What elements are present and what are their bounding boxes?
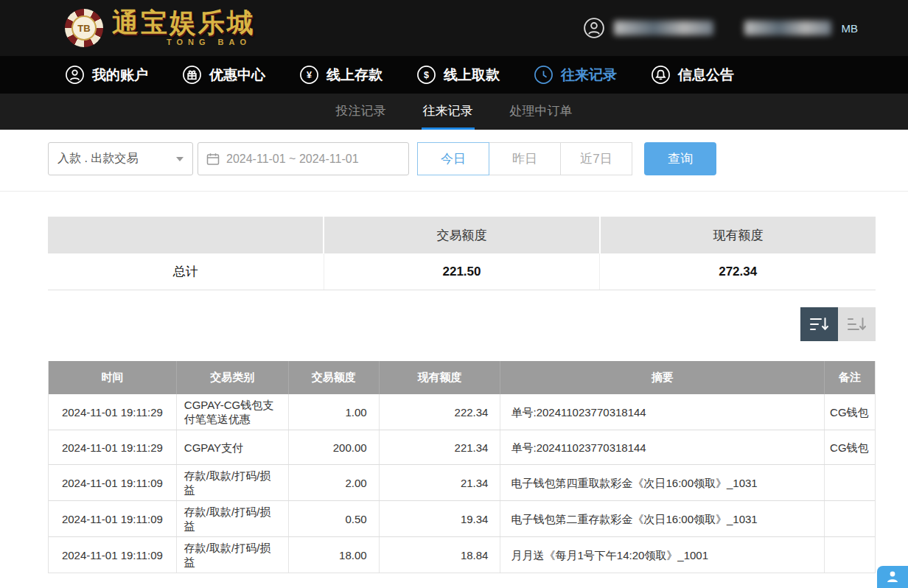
records-clock-icon [534,65,553,85]
summary-header-row: 交易额度 现有额度 [48,217,876,253]
summary-balance-value: 272.34 [600,253,876,290]
tab-betting-records[interactable]: 投注记录 [335,94,388,130]
quick-date-buttons: 今日 昨日 近7日 [417,142,632,175]
summary-header-empty [48,217,324,253]
user-icon [65,65,85,85]
sort-descending-button[interactable] [800,307,838,341]
today-button[interactable]: 今日 [417,142,489,175]
summary-transaction-value: 221.50 [324,253,601,290]
sub-tab-bar: 投注记录 往来记录 处理中订单 [0,94,908,130]
header-summary: 摘要 [500,361,825,394]
poker-chip-icon: TB [65,9,103,47]
summary-total-label: 总计 [48,253,324,290]
brand-logo: TB 通宝娱乐城 TONG BAO [65,9,256,47]
sort-ascending-button[interactable] [838,307,876,341]
svg-text:¥: ¥ [307,70,312,80]
chevron-down-icon [176,157,184,161]
gift-icon [182,65,202,85]
nav-item-my-account[interactable]: 我的账户 [65,65,148,85]
summary-header-transaction: 交易额度 [324,217,601,253]
summary-table: 交易额度 现有额度 总计 221.50 272.34 [48,217,876,290]
search-button[interactable]: 查询 [644,142,716,175]
table-header-row: 时间 交易类别 交易额度 现有额度 摘要 备注 [49,361,875,394]
calendar-icon [206,153,220,166]
masked-username [614,21,713,35]
sort-ascending-icon [847,315,867,333]
sort-descending-icon [809,315,829,333]
table-row: 2024-11-01 19:11:09 存款/取款/打码/损益 0.50 19.… [49,501,875,537]
transactions-table: 时间 交易类别 交易额度 现有额度 摘要 备注 2024-11-01 19:11… [48,361,876,573]
brand-name-en: TONG BAO [167,38,256,46]
table-row: 2024-11-01 19:11:09 存款/取款/打码/损益 18.00 18… [49,537,875,573]
balance-suffix: MB [842,22,859,35]
main-nav: 我的账户 优惠中心 ¥ 线上存款 $ 线上取款 往来记录 信息公告 [0,56,908,94]
table-row: 2024-11-01 19:11:09 存款/取款/打码/损益 2.00 21.… [49,465,875,501]
filter-bar: 入款 . 出款交易 2024-11-01 ~ 2024-11-01 今日 昨日 … [48,142,876,175]
last-7-days-button[interactable]: 近7日 [560,142,632,175]
withdraw-coin-icon: $ [416,65,436,85]
date-range-input[interactable]: 2024-11-01 ~ 2024-11-01 [198,142,409,175]
nav-item-records[interactable]: 往来记录 [534,65,617,85]
header-time: 时间 [49,361,177,394]
header-amount: 交易额度 [289,361,380,394]
customer-service-button[interactable] [877,566,908,588]
deposit-coin-icon: ¥ [299,65,319,85]
sort-toolbar [48,307,876,341]
yesterday-button[interactable]: 昨日 [489,142,561,175]
bell-icon [651,65,671,85]
table-row: 2024-11-01 19:11:29 CGPAY-CG钱包支付笔笔送优惠 1.… [49,394,875,430]
chip-label: TB [71,15,97,41]
header-type: 交易类别 [177,361,289,394]
header-remark: 备注 [825,361,875,394]
customer-service-icon [885,569,900,585]
table-row: 2024-11-01 19:11:29 CGPAY支付 200.00 221.3… [49,430,875,465]
tab-transaction-records[interactable]: 往来记录 [422,94,475,130]
nav-item-promotions[interactable]: 优惠中心 [182,65,265,85]
brand-name: 通宝娱乐城 [112,10,256,36]
nav-item-withdraw[interactable]: $ 线上取款 [416,65,500,85]
nav-item-deposit[interactable]: ¥ 线上存款 [299,65,383,85]
tab-processing-orders[interactable]: 处理中订单 [509,94,574,130]
divider [0,191,908,192]
summary-total-row: 总计 221.50 272.34 [48,253,876,290]
svg-text:$: $ [424,70,429,80]
nav-item-announcements[interactable]: 信息公告 [651,65,734,85]
header-balance: 现有额度 [380,361,501,394]
transaction-type-select[interactable]: 入款 . 出款交易 [48,142,193,175]
masked-balance [744,21,831,35]
top-header: TB 通宝娱乐城 TONG BAO MB [0,0,908,56]
user-info-bar: MB [583,0,859,56]
summary-header-balance: 现有额度 [601,217,876,253]
user-avatar-icon [583,17,605,39]
